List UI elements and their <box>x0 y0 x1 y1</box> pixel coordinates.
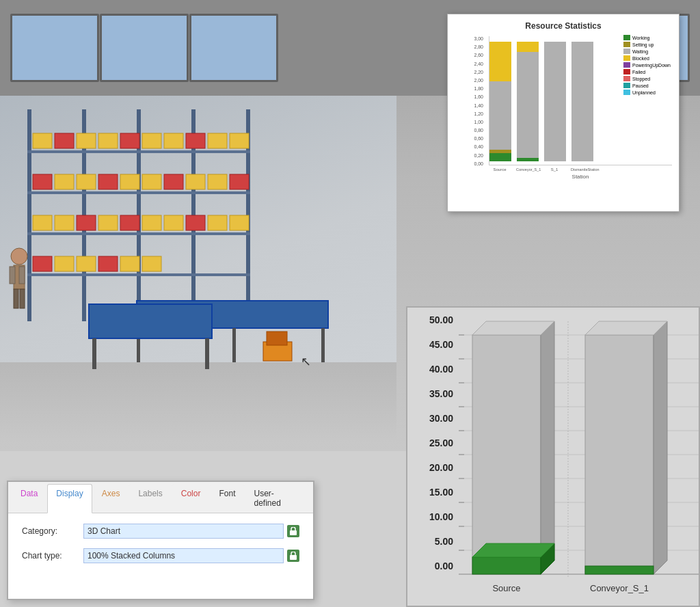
legend-failed: Failed <box>623 69 671 75</box>
tab-labels[interactable]: Labels <box>129 484 171 513</box>
legend-paused: Paused <box>623 83 671 88</box>
zoom-y-5: 5.00 <box>435 536 453 547</box>
factory-floor: ↖ <box>0 96 396 444</box>
svg-rect-11 <box>77 133 96 148</box>
category-select[interactable]: 3D Chart 2D Chart Pie Chart <box>83 524 284 539</box>
svg-rect-99 <box>290 530 297 535</box>
zoom-y-20: 20.00 <box>429 462 453 473</box>
svg-rect-10 <box>55 133 74 148</box>
svg-rect-54 <box>92 338 96 369</box>
category-row: Category: 3D Chart 2D Chart Pie Chart <box>22 524 299 539</box>
tab-axes[interactable]: Axes <box>93 484 129 513</box>
chart-type-row: Chart type: 100% Stacked Columns Columns… <box>22 548 299 563</box>
tab-data[interactable]: Data <box>12 484 46 513</box>
segment-blocked <box>489 42 511 81</box>
svg-rect-24 <box>142 174 161 189</box>
legend-working: Working <box>623 35 671 40</box>
svg-rect-100 <box>290 555 297 560</box>
chart-type-select-container[interactable]: 100% Stacked Columns Columns Stacked Col… <box>83 548 284 563</box>
lock-svg-2 <box>289 552 297 560</box>
svg-marker-81 <box>472 543 554 557</box>
tab-font[interactable]: Font <box>210 484 244 513</box>
legend-color-blocked <box>623 55 630 61</box>
svg-rect-16 <box>186 133 205 148</box>
zoom-bars-svg: Source Conveyor_S_1 <box>459 308 700 607</box>
chart-type-label: Chart type: <box>22 551 83 561</box>
svg-rect-0 <box>27 109 31 321</box>
svg-point-58 <box>11 248 27 265</box>
category-label: Category: <box>22 526 83 536</box>
tab-user-defined[interactable]: User-defined <box>245 484 309 513</box>
x-axis-labels: Source Conveyor_S_1 S_1 DismantleStation <box>489 167 672 172</box>
svg-rect-36 <box>186 215 205 230</box>
svg-marker-78 <box>472 321 554 335</box>
panel-content: Category: 3D Chart 2D Chart Pie Chart <box>8 513 313 583</box>
svg-rect-5 <box>27 150 250 153</box>
svg-marker-77 <box>541 321 554 574</box>
legend-color-paused <box>623 83 630 88</box>
svg-rect-30 <box>55 215 74 230</box>
category-select-container[interactable]: 3D Chart 2D Chart Pie Chart <box>83 524 284 539</box>
svg-text:Source: Source <box>492 583 520 593</box>
svg-rect-61 <box>19 267 25 284</box>
bar-s1 <box>544 42 566 161</box>
zoom-y-10: 10.00 <box>429 511 453 522</box>
category-select-wrapper: 3D Chart 2D Chart Pie Chart <box>83 524 299 539</box>
svg-rect-39 <box>33 256 52 271</box>
legend-stopped: Stopped <box>623 76 671 81</box>
svg-rect-29 <box>33 215 52 230</box>
bar-source <box>489 42 511 161</box>
svg-rect-95 <box>585 566 654 574</box>
svg-rect-27 <box>208 174 227 189</box>
svg-rect-55 <box>205 338 209 369</box>
svg-rect-19 <box>33 174 52 189</box>
svg-rect-6 <box>27 191 250 194</box>
legend-color-stopped <box>623 76 630 81</box>
x-axis-title: Station <box>489 174 672 180</box>
svg-rect-26 <box>186 174 205 189</box>
tab-color[interactable]: Color <box>172 484 210 513</box>
x-label-conveyor: Conveyor_S_1 <box>516 167 538 172</box>
bar-dismantle <box>571 42 593 161</box>
stacked-bar-conveyor <box>517 42 539 161</box>
window-3 <box>189 14 278 82</box>
zoom-y-30: 30.00 <box>429 413 453 424</box>
segment-waiting <box>489 81 511 150</box>
zoom-y-axis: 50.00 45.00 40.00 35.00 30.00 25.00 20.0… <box>407 314 459 571</box>
legend-color-poweringupdown <box>623 62 630 68</box>
svg-text:Conveyor_S_1: Conveyor_S_1 <box>590 583 649 593</box>
svg-rect-37 <box>208 215 227 230</box>
chart-type-select-wrapper: 100% Stacked Columns Columns Stacked Col… <box>83 548 299 563</box>
category-lock-icon[interactable] <box>287 525 299 537</box>
svg-rect-47 <box>232 328 236 362</box>
legend-color-setting <box>623 42 630 47</box>
chart-type-select[interactable]: 100% Stacked Columns Columns Stacked Col… <box>83 548 284 563</box>
segment-waiting <box>571 42 593 161</box>
svg-rect-14 <box>142 133 161 148</box>
svg-rect-8 <box>27 273 250 276</box>
svg-marker-94 <box>585 321 667 335</box>
tab-display[interactable]: Display <box>47 484 92 513</box>
svg-rect-33 <box>120 215 139 230</box>
svg-rect-38 <box>230 215 249 230</box>
svg-rect-44 <box>142 256 161 271</box>
svg-rect-48 <box>321 328 325 362</box>
chart-type-lock-icon[interactable] <box>287 550 299 562</box>
stacked-bar-dismantle <box>571 42 593 161</box>
tabs-bar: Data Display Axes Labels Color Font User… <box>8 482 313 513</box>
legend-waiting: Waiting <box>623 49 671 54</box>
x-label-s1: S_1 <box>543 167 565 172</box>
svg-rect-76 <box>472 335 541 574</box>
svg-rect-57 <box>267 332 287 345</box>
legend-color-unplanned <box>623 90 630 95</box>
segment-working <box>517 158 539 161</box>
chart-area: 3,00 2,80 2,60 2,40 2,20 2,00 1,80 1,60 … <box>455 36 672 180</box>
svg-rect-62 <box>14 289 18 308</box>
legend-color-working <box>623 35 630 40</box>
svg-rect-25 <box>164 174 183 189</box>
svg-rect-20 <box>55 174 74 189</box>
legend-poweringupdown: PoweringUpDown <box>623 62 671 68</box>
svg-rect-23 <box>120 174 139 189</box>
svg-rect-13 <box>120 133 139 148</box>
resource-statistics-chart: Resource Statistics 3,00 2,80 2,60 2,40 … <box>447 14 679 212</box>
